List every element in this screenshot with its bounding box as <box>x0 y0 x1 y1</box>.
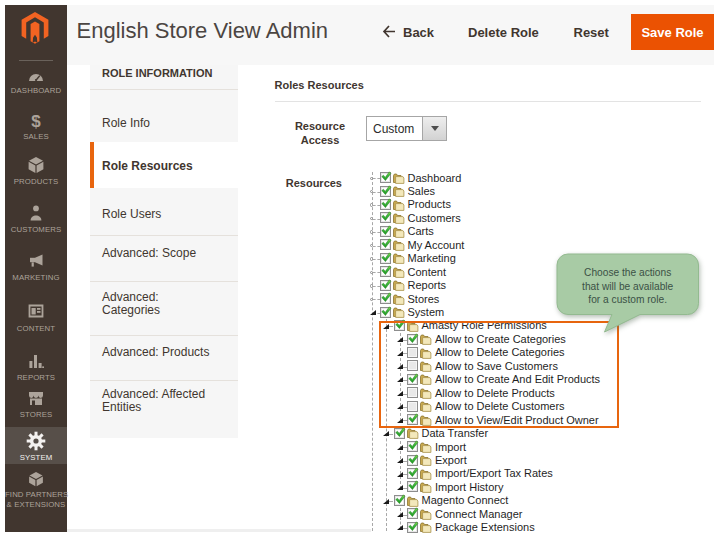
svg-text:Choose the actions: Choose the actions <box>584 267 671 278</box>
svg-text:$: $ <box>31 112 41 131</box>
svg-text:that will be available: that will be available <box>582 281 674 292</box>
svg-text:for a custom role.: for a custom role. <box>588 294 667 305</box>
